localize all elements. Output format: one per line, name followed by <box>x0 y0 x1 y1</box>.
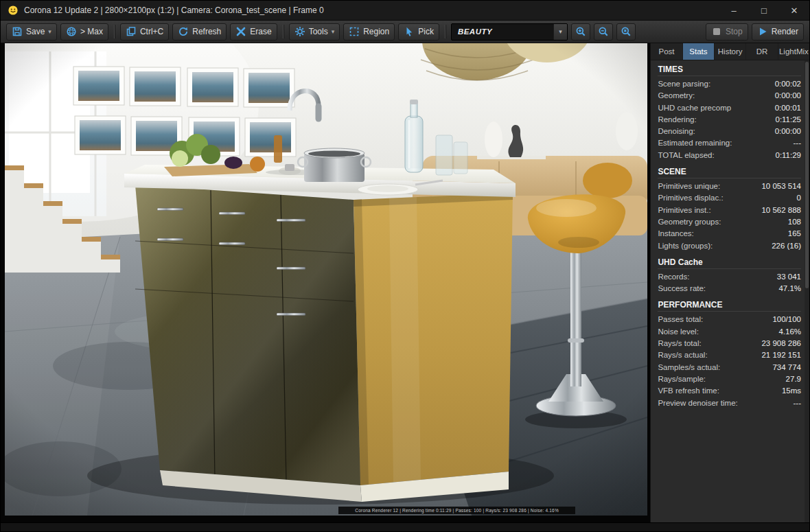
stat-value: 23 908 286 <box>761 338 801 349</box>
stat-row: Estimated remaining:--- <box>658 137 801 149</box>
tab-lightmix[interactable]: LightMix <box>778 43 809 60</box>
region-label: Region <box>363 27 389 36</box>
stat-label: Rays/s total: <box>658 338 701 349</box>
chevron-down-icon: ▾ <box>553 24 567 40</box>
stat-row: Rendering:0:11:25 <box>658 114 801 126</box>
window-controls: – □ ✕ <box>719 1 809 20</box>
stat-row: Instances:165 <box>658 228 801 240</box>
close-button[interactable]: ✕ <box>779 1 809 20</box>
stat-label: Geometry groups: <box>658 216 721 228</box>
stat-label: VFB refresh time: <box>658 385 719 397</box>
stat-row: Primitives inst.:10 562 888 <box>658 205 801 216</box>
save-button[interactable]: Save ▾ <box>6 23 57 41</box>
stat-row: VFB refresh time:15ms <box>658 385 801 397</box>
panel-tabs: Post Stats History DR LightMix <box>651 43 809 60</box>
stat-value: --- <box>794 397 802 409</box>
stat-value: 0:00:00 <box>775 126 801 137</box>
title-bar[interactable]: Corona 12 Update 2 | 2800×2100px (1:2) |… <box>1 1 809 20</box>
panel-scrollbar[interactable] <box>805 60 809 522</box>
tab-history[interactable]: History <box>715 43 746 60</box>
stat-row: Primitives displac.:0 <box>658 192 801 204</box>
tools-button[interactable]: Tools ▾ <box>289 23 340 41</box>
stat-value: 47.1% <box>778 283 801 294</box>
stat-row: Denoising:0:00:00 <box>658 126 801 137</box>
minimize-button[interactable]: – <box>719 1 749 20</box>
zoom-out-button[interactable] <box>594 23 613 41</box>
stat-label: TOTAL elapsed: <box>658 150 714 161</box>
stats-content: TIMES Scene parsing:0:00:02 Geometry:0:0… <box>651 60 809 522</box>
stop-label: Stop <box>726 27 743 36</box>
stat-value: 21 192 151 <box>761 349 801 361</box>
stat-row: Success rate:47.1% <box>658 283 801 294</box>
tab-stats[interactable]: Stats <box>683 43 715 60</box>
tab-post[interactable]: Post <box>651 43 682 60</box>
scrollbar-thumb[interactable] <box>805 62 809 288</box>
region-button[interactable]: Region <box>343 23 395 41</box>
stat-row: Samples/s actual:734 774 <box>658 362 801 373</box>
stat-label: Records: <box>658 271 689 283</box>
render-play-icon <box>757 26 768 37</box>
maximize-button[interactable]: □ <box>749 1 779 20</box>
stat-label: UHD cache precomp <box>658 102 731 114</box>
copy-button[interactable]: Ctrl+C <box>120 23 169 41</box>
stat-label: Success rate: <box>658 283 706 294</box>
stat-label: Rays/s actual: <box>658 349 707 361</box>
stat-value: 33 041 <box>777 271 801 283</box>
stat-row: Noise level:4.16% <box>658 326 801 338</box>
stat-value: 0:11:29 <box>775 150 801 161</box>
copy-label: Ctrl+C <box>140 27 163 36</box>
tools-label: Tools <box>309 27 328 36</box>
stat-label: Scene parsing: <box>658 78 710 90</box>
pick-cursor-icon <box>404 26 415 37</box>
stop-button[interactable]: Stop <box>706 23 748 41</box>
stat-value: 0 <box>797 192 801 204</box>
window-title: Corona 12 Update 2 | 2800×2100px (1:2) |… <box>24 5 324 15</box>
sync-max-button[interactable]: > Max <box>60 23 108 41</box>
corona-smiley-icon <box>8 5 19 16</box>
stat-value: 165 <box>788 228 801 240</box>
stat-label: Lights (groups): <box>658 240 713 252</box>
stat-row: Lights (groups):226 (16) <box>658 240 801 252</box>
chevron-down-icon: ▾ <box>332 28 335 35</box>
copy-icon <box>126 26 137 37</box>
stat-row: UHD cache precomp0:00:01 <box>658 102 801 114</box>
render-viewport[interactable]: Corona Renderer 12 | Rendering time 0:11… <box>1 43 650 522</box>
stat-value: 10 562 888 <box>761 205 801 216</box>
stat-value: 0:00:01 <box>775 102 801 114</box>
stat-label: Primitives inst.: <box>658 205 710 216</box>
stat-value: 0:00:00 <box>775 90 801 102</box>
toolbar: Save ▾ > Max Ctrl+C Refresh Erase Tools … <box>1 20 809 43</box>
stat-value: 10 053 514 <box>761 181 801 192</box>
stat-row: Passes total:100/100 <box>658 314 801 325</box>
save-icon <box>12 26 23 37</box>
stat-label: Rendering: <box>658 114 696 126</box>
main-area: Corona Renderer 12 | Rendering time 0:11… <box>1 43 809 522</box>
stat-label: Rays/sample: <box>658 373 706 385</box>
stat-label: Instances: <box>658 228 693 240</box>
stat-label: Primitives unique: <box>658 181 720 192</box>
pick-label: Pick <box>418 27 434 36</box>
pick-button[interactable]: Pick <box>398 23 439 41</box>
zoom-in-button[interactable] <box>571 23 590 41</box>
toolbar-separator <box>445 25 445 38</box>
sync-max-label: > Max <box>80 27 103 36</box>
stat-row: Geometry groups:108 <box>658 216 801 228</box>
stat-row: Rays/sample:27.9 <box>658 373 801 385</box>
erase-x-icon <box>235 26 246 37</box>
stat-row: Preview denoiser time:--- <box>658 397 801 409</box>
render-label: Render <box>772 27 798 36</box>
render-element-select[interactable]: BEAUTY ▾ <box>451 23 568 41</box>
zoom-reset-button[interactable] <box>616 23 636 41</box>
zoom-out-icon <box>598 26 609 37</box>
stat-label: Estimated remaining: <box>658 137 732 149</box>
section-title-uhd: UHD Cache <box>658 257 801 269</box>
stat-value: 15ms <box>782 385 801 397</box>
region-marquee-icon <box>349 26 360 37</box>
refresh-button[interactable]: Refresh <box>172 23 227 41</box>
tab-dr[interactable]: DR <box>746 43 778 60</box>
stat-value: 0:11:25 <box>775 114 801 126</box>
erase-button[interactable]: Erase <box>230 23 277 41</box>
zoom-in-icon <box>575 26 586 37</box>
toolbar-separator <box>114 25 115 38</box>
render-button[interactable]: Render <box>752 23 804 41</box>
